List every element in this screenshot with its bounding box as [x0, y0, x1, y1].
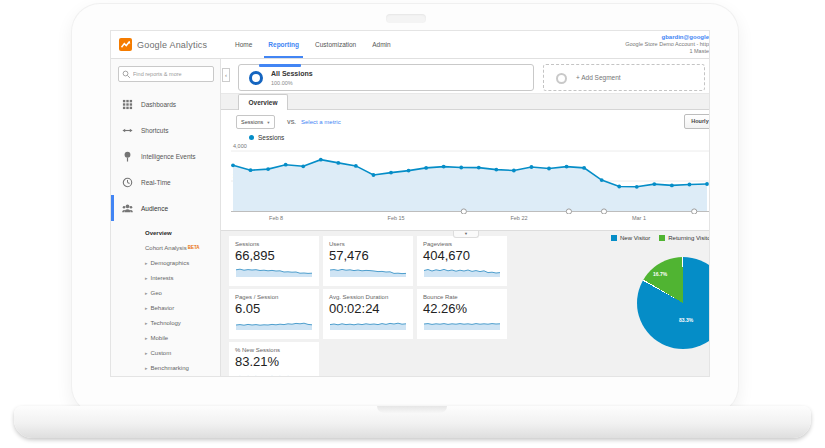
dashboards-icon — [122, 99, 133, 110]
chevron-right-icon: ▸ — [145, 365, 148, 371]
sparkline-chart — [423, 318, 501, 330]
chart-legend: Sessions — [249, 134, 284, 141]
chart-expander-tab[interactable]: ▼ — [453, 231, 479, 238]
laptop-mockup: Google Analytics HomeReportingCustomizat… — [0, 0, 825, 448]
brand[interactable]: Google Analytics — [119, 38, 207, 51]
sidebar-item-label: Real-Time — [141, 179, 171, 186]
chevron-right-icon: ▸ — [145, 320, 148, 326]
sidebar-subitem-cohort-analysis[interactable]: Cohort AnalysisBETA — [111, 240, 220, 255]
sparkline-chart — [235, 265, 313, 277]
pie-value-returning-visitor: 16.7% — [653, 271, 667, 277]
metric-label: % New Sessions — [235, 347, 313, 353]
tab-overview[interactable]: Overview — [238, 94, 288, 110]
sidebar-subitem-interests[interactable]: ▸Interests — [111, 270, 220, 285]
metric-value: 6.05 — [235, 301, 313, 316]
sidebar-subitem-demographics[interactable]: ▸Demographics — [111, 255, 220, 270]
sidebar-subitem-overview[interactable]: Overview — [111, 225, 220, 240]
metric-value: 404,670 — [423, 248, 501, 263]
segment-all-sessions[interactable]: All Sessions 100.00% — [238, 64, 534, 91]
sidebar-subitem-technology[interactable]: ▸Technology — [111, 315, 220, 330]
legend-swatch-icon — [611, 235, 617, 241]
collapse-sidebar-button[interactable]: ‹ — [222, 68, 230, 82]
legend-label: New Visitor — [620, 235, 650, 241]
metric-card-pageviews[interactable]: Pageviews404,670 — [417, 236, 507, 286]
metric-label: Pageviews — [423, 241, 501, 247]
metric-card-bounce-rate[interactable]: Bounce Rate42.26% — [417, 289, 507, 339]
sparkline-chart — [329, 265, 407, 277]
sidebar-subitem-custom[interactable]: ▸Custom — [111, 345, 220, 360]
chevron-down-icon: ▾ — [267, 120, 269, 125]
metric-value: 83.21% — [235, 354, 313, 369]
sidebar-item-shortcuts[interactable]: Shortcuts — [111, 117, 220, 143]
nav-link-home[interactable]: Home — [227, 31, 260, 58]
chevron-right-icon: ▸ — [145, 305, 148, 311]
metric-label: Sessions — [235, 241, 313, 247]
search-icon — [122, 70, 131, 79]
metric-value: 00:02:24 — [329, 301, 407, 316]
sessions-legend-label: Sessions — [258, 134, 284, 141]
main-content: ‹ All Sessions 100.00% + Add Segment Ove… — [221, 59, 710, 377]
x-axis-tick-feb-15: Feb 15 — [388, 215, 405, 221]
sessions-timeline-chart[interactable]: 4,000 2,000 Feb 8Feb 15Feb 22Mar 1 — [231, 148, 710, 230]
top-navbar: Google Analytics HomeReportingCustomizat… — [111, 31, 710, 59]
metric-card-pages-session[interactable]: Pages / Session6.05 — [229, 289, 319, 339]
google-analytics-logo-icon — [119, 38, 132, 51]
metric-label: Avg. Session Duration — [329, 294, 407, 300]
beta-badge: BETA — [188, 245, 200, 250]
nav-link-customization[interactable]: Customization — [307, 31, 364, 58]
sidebar-subitem-mobile[interactable]: ▸Mobile — [111, 330, 220, 345]
metric-card-avg-session-duration[interactable]: Avg. Session Duration00:02:24 — [323, 289, 413, 339]
account-info[interactable]: gbardin@google Google Store Demo Account… — [625, 34, 709, 55]
sidebar-item-label: Shortcuts — [141, 127, 168, 134]
metric-label: Bounce Rate — [423, 294, 501, 300]
select-metric-link[interactable]: Select a metric — [301, 119, 341, 125]
annotation-marker[interactable] — [692, 209, 697, 214]
brand-text: Google Analytics — [137, 40, 207, 50]
sessions-legend-dot-icon — [249, 135, 254, 140]
pie-value-new-visitor: 83.3% — [679, 317, 693, 323]
camera-notch — [386, 14, 426, 23]
metric-dropdown[interactable]: Sessions▾ — [236, 115, 275, 129]
sidebar-item-audience[interactable]: Audience — [111, 195, 220, 221]
metric-dropdown-label: Sessions — [241, 119, 263, 125]
search-box — [118, 66, 214, 82]
chevron-right-icon: ▸ — [145, 275, 148, 281]
metric-label: Pages / Session — [235, 294, 313, 300]
chart-panel: Sessions▾ VS. Select a metric Hourly Ses… — [221, 109, 710, 231]
add-segment-button[interactable]: + Add Segment — [543, 64, 705, 91]
sidebar-item-label: Intelligence Events — [141, 153, 196, 160]
visitor-type-pie-chart[interactable] — [637, 257, 710, 349]
nav-link-reporting[interactable]: Reporting — [260, 31, 307, 58]
sidebar-item-real-time[interactable]: Real-Time — [111, 169, 220, 195]
segment-percent: 100.00% — [271, 80, 293, 86]
annotation-marker[interactable] — [566, 209, 571, 214]
screen: Google Analytics HomeReportingCustomizat… — [110, 30, 710, 377]
x-axis-tick-mar-1: Mar 1 — [632, 215, 646, 221]
sidebar: DashboardsShortcutsIntelligence EventsRe… — [111, 59, 221, 377]
legend-swatch-icon — [659, 235, 665, 241]
account-email: gbardin@google — [625, 34, 709, 41]
metric-card-users[interactable]: Users57,476 — [323, 236, 413, 286]
chevron-right-icon: ▸ — [145, 350, 148, 356]
pie-legend-item-returning-visitor[interactable]: Returning Visitor — [659, 235, 710, 241]
sidebar-subitem-behavior[interactable]: ▸Behavior — [111, 300, 220, 315]
metric-card-sessions[interactable]: Sessions66,895 — [229, 236, 319, 286]
sidebar-nav: DashboardsShortcutsIntelligence EventsRe… — [111, 91, 220, 221]
sidebar-item-intelligence-events[interactable]: Intelligence Events — [111, 143, 220, 169]
timeline-svg — [231, 148, 710, 214]
search-input[interactable] — [133, 68, 211, 80]
annotation-marker[interactable] — [461, 209, 466, 214]
sidebar-subitem-geo[interactable]: ▸Geo — [111, 285, 220, 300]
metric-card--new-sessions[interactable]: % New Sessions83.21% — [229, 342, 319, 377]
segment-active-indicator — [259, 64, 301, 67]
intelligence-events-icon — [122, 151, 133, 162]
pie-legend-item-new-visitor[interactable]: New Visitor — [611, 235, 650, 241]
annotation-marker[interactable] — [601, 209, 606, 214]
granularity-hourly-button[interactable]: Hourly — [684, 114, 710, 129]
sparkline-chart — [329, 318, 407, 330]
sidebar-subitem-benchmarking[interactable]: ▸Benchmarking — [111, 360, 220, 375]
primary-nav: HomeReportingCustomizationAdmin — [227, 31, 399, 58]
metric-value: 66,895 — [235, 248, 313, 263]
nav-link-admin[interactable]: Admin — [364, 31, 398, 58]
sidebar-item-dashboards[interactable]: Dashboards — [111, 91, 220, 117]
